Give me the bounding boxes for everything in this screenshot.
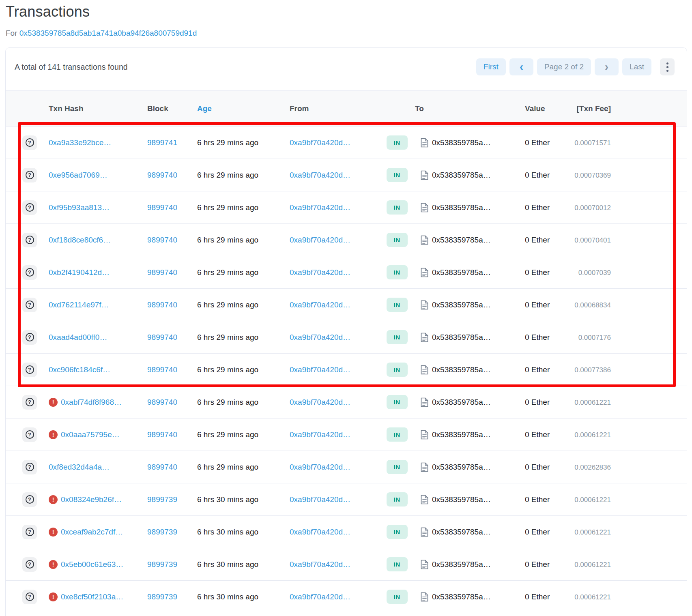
from-address-link[interactable]: 0xa9bf70a420d… — [290, 171, 350, 179]
block-link[interactable]: 9899740 — [147, 398, 177, 406]
question-mark-icon: ? — [26, 171, 34, 179]
txn-fee-text: 0.00061221 — [574, 561, 611, 569]
table-row: ? 0xb2f4190412d… 9899740 6 hrs 29 mins a… — [6, 256, 687, 289]
txn-hash-link[interactable]: 0x0aaa75795e… — [61, 430, 120, 439]
txn-hash-link[interactable]: 0xe956ad7069… — [49, 171, 107, 180]
next-page-button[interactable]: › — [595, 58, 619, 75]
block-link[interactable]: 9899740 — [147, 463, 177, 471]
txn-hash-link[interactable]: 0xb2f4190412d… — [49, 268, 110, 277]
txn-hash-link[interactable]: 0xabf74df8f968… — [61, 398, 122, 407]
table-row: ? 0xd762114e97f… 9899740 6 hrs 29 mins a… — [6, 289, 687, 321]
txn-status-help-button[interactable]: ? — [22, 427, 37, 442]
direction-in-badge: IN — [387, 135, 408, 150]
block-link[interactable]: 9899740 — [147, 365, 177, 374]
last-page-button[interactable]: Last — [622, 58, 651, 75]
block-link[interactable]: 9899740 — [147, 300, 177, 309]
txn-status-help-button[interactable]: ? — [22, 363, 37, 377]
from-address-link[interactable]: 0xa9bf70a420d… — [290, 592, 350, 601]
txn-status-help-button[interactable]: ? — [22, 298, 37, 312]
txn-hash-link[interactable]: 0xa9a33e92bce… — [49, 138, 111, 147]
txn-status-help-button[interactable]: ? — [22, 557, 37, 572]
txn-hash-link[interactable]: 0xceaf9ab2c7df… — [61, 528, 123, 537]
block-link[interactable]: 9899739 — [147, 495, 177, 504]
value-text: 0 Ether — [525, 365, 550, 374]
txn-status-help-button[interactable]: ? — [22, 395, 37, 410]
block-link[interactable]: 9899739 — [147, 560, 177, 569]
address-link[interactable]: 0x538359785a8d5ab1a741a0ba94f26a800759d9… — [19, 29, 197, 37]
contract-document-icon — [421, 268, 428, 277]
question-mark-icon: ? — [26, 333, 34, 341]
txn-status-help-button[interactable]: ? — [22, 460, 37, 474]
age-text: 6 hrs 30 mins ago — [197, 528, 258, 536]
txn-hash-link[interactable]: 0x08324e9b26f… — [61, 495, 122, 504]
direction-in-badge: IN — [387, 557, 408, 571]
to-address-text: 0x538359785a… — [432, 171, 491, 180]
age-text: 6 hrs 29 mins ago — [197, 138, 258, 147]
from-address-link[interactable]: 0xa9bf70a420d… — [290, 495, 350, 504]
table-row: ? 0xe956ad7069… 9899740 6 hrs 29 mins ag… — [6, 159, 687, 191]
txn-status-help-button[interactable]: ? — [22, 330, 37, 345]
direction-in-badge: IN — [387, 298, 408, 312]
from-address-link[interactable]: 0xa9bf70a420d… — [290, 398, 350, 406]
txn-fee-text: 0.00061221 — [574, 593, 611, 601]
txn-status-help-button[interactable]: ? — [22, 233, 37, 247]
txn-hash-link[interactable]: 0x5eb00c61e63… — [61, 560, 123, 569]
block-link[interactable]: 9899740 — [147, 333, 177, 341]
previous-page-button[interactable]: ‹ — [509, 58, 533, 75]
txn-status-help-button[interactable]: ? — [22, 492, 37, 507]
block-link[interactable]: 9899740 — [147, 268, 177, 277]
from-address-link[interactable]: 0xa9bf70a420d… — [290, 365, 350, 374]
block-link[interactable]: 9899740 — [147, 171, 177, 179]
from-address-link[interactable]: 0xa9bf70a420d… — [290, 528, 350, 536]
transactions-card: A total of 141 transactions found First … — [5, 47, 687, 616]
txn-hash-link[interactable]: 0xd762114e97f… — [49, 300, 109, 309]
value-text: 0 Ether — [525, 398, 550, 406]
question-mark-icon: ? — [26, 430, 34, 439]
from-address-link[interactable]: 0xa9bf70a420d… — [290, 236, 350, 244]
block-link[interactable]: 9899739 — [147, 592, 177, 601]
txn-status-help-button[interactable]: ? — [22, 590, 37, 604]
to-address-text: 0x538359785a… — [432, 333, 491, 342]
txn-status-help-button[interactable]: ? — [22, 525, 37, 539]
block-link[interactable]: 9899740 — [147, 203, 177, 212]
txn-hash-link[interactable]: 0xf95b93aa813… — [49, 203, 110, 212]
age-text: 6 hrs 29 mins ago — [197, 236, 258, 244]
from-address-link[interactable]: 0xa9bf70a420d… — [290, 203, 350, 212]
block-link[interactable]: 9899740 — [147, 430, 177, 439]
txn-status-help-button[interactable]: ? — [22, 265, 37, 280]
first-page-button[interactable]: First — [476, 58, 506, 75]
from-address-link[interactable]: 0xa9bf70a420d… — [290, 138, 350, 147]
from-address-link[interactable]: 0xa9bf70a420d… — [290, 268, 350, 277]
col-age-sort-link[interactable]: Age — [197, 91, 290, 127]
txn-status-help-button[interactable]: ? — [22, 135, 37, 150]
age-text: 6 hrs 29 mins ago — [197, 333, 258, 341]
to-address-text: 0x538359785a… — [432, 138, 491, 147]
txn-status-help-button[interactable]: ? — [22, 168, 37, 182]
direction-in-badge: IN — [387, 525, 408, 539]
question-mark-icon: ? — [26, 495, 34, 504]
col-to: To — [415, 91, 525, 127]
from-address-link[interactable]: 0xa9bf70a420d… — [290, 300, 350, 309]
txn-hash-link[interactable]: 0xc906fc184c6f… — [49, 365, 110, 374]
direction-in-badge: IN — [387, 200, 408, 215]
from-address-link[interactable]: 0xa9bf70a420d… — [290, 560, 350, 569]
col-value: Value — [525, 91, 565, 127]
contract-document-icon — [421, 203, 428, 212]
age-text: 6 hrs 29 mins ago — [197, 203, 258, 212]
block-link[interactable]: 9899739 — [147, 528, 177, 536]
from-address-link[interactable]: 0xa9bf70a420d… — [290, 430, 350, 439]
table-options-button[interactable] — [660, 58, 675, 75]
txn-hash-link[interactable]: 0xf18d8ce80cf6… — [49, 236, 111, 245]
txn-hash-link[interactable]: 0xaad4ad00ff0… — [49, 333, 107, 342]
to-address-text: 0x538359785a… — [432, 365, 491, 374]
from-address-link[interactable]: 0xa9bf70a420d… — [290, 333, 350, 341]
contract-document-icon — [421, 235, 428, 245]
txn-fee-text: 0.00061221 — [574, 496, 611, 504]
txn-hash-link[interactable]: 0xf8ed32d4a4a… — [49, 463, 110, 472]
block-link[interactable]: 9899741 — [147, 138, 177, 147]
contract-document-icon — [421, 592, 428, 602]
txn-status-help-button[interactable]: ? — [22, 200, 37, 215]
from-address-link[interactable]: 0xa9bf70a420d… — [290, 463, 350, 471]
block-link[interactable]: 9899740 — [147, 236, 177, 244]
txn-hash-link[interactable]: 0xe8cf50f2103a… — [61, 592, 123, 601]
